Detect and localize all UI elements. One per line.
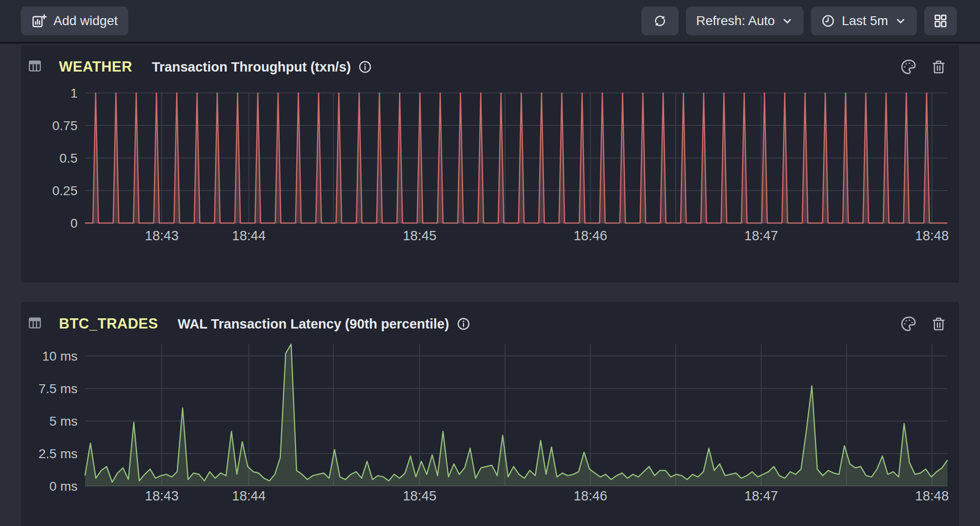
layout-grid-button[interactable] [924,7,957,35]
refresh-button[interactable] [641,7,679,35]
y-tick-label: 0 [70,216,78,230]
trash-icon[interactable] [931,316,946,331]
widget-actions [901,316,952,332]
chevron-down-icon [895,15,907,27]
widget-panel-btc-trades: 0 ms2.5 ms5 ms7.5 ms10 ms18:4318:4418:45… [21,302,959,526]
topbar: Add widget Refresh: Auto [0,0,980,42]
topbar-divider [0,42,980,44]
x-tick-label: 18:43 [145,488,179,503]
refresh-mode-label: Refresh: Auto [696,13,775,28]
x-tick-label: 18:48 [915,228,949,243]
x-tick-label: 18:45 [403,488,437,503]
x-tick-label: 18:44 [232,228,266,243]
info-icon[interactable] [457,317,470,331]
widget-header: WEATHER Transaction Throughput (txn/s) [21,45,959,80]
x-tick-label: 18:44 [232,488,266,503]
chart-plus-icon [31,13,47,29]
y-tick-label: 1 [70,86,78,100]
series-area [85,344,947,486]
x-tick-label: 18:46 [574,488,608,503]
refresh-cycle-icon [653,13,667,28]
time-range-label: Last 5m [842,13,888,28]
x-tick-label: 18:43 [145,228,179,243]
y-tick-label: 0 ms [49,479,78,493]
x-tick-label: 18:47 [745,488,778,503]
widget-actions [901,59,952,75]
table-icon [27,316,42,332]
y-tick-label: 10 ms [42,349,78,363]
table-icon [27,59,42,75]
add-widget-button[interactable]: Add widget [21,7,128,35]
info-icon[interactable] [358,60,372,74]
time-range-dropdown[interactable]: Last 5m [811,7,917,35]
y-tick-label: 0.25 [52,184,78,198]
y-tick-label: 7.5 ms [39,381,78,396]
widget-source-label: BTC_TRADES [59,316,158,332]
palette-icon[interactable] [901,59,916,75]
y-tick-label: 0.5 [59,151,78,165]
widget-source-label: WEATHER [59,59,132,75]
trash-icon[interactable] [931,59,946,74]
widget-panel-weather: 00.250.50.75118:4318:4418:4518:4618:4718… [21,45,959,283]
widget-header: BTC_TRADES WAL Transaction Latency (90th… [21,302,959,337]
chart-canvas: 00.250.50.75118:4318:4418:4518:4618:4718… [21,45,959,283]
x-tick-label: 18:48 [915,488,949,503]
x-tick-label: 18:46 [574,228,608,243]
clock-icon [821,14,835,28]
widget-title: WAL Transaction Latency (90th percentile… [177,316,449,332]
series-line [85,344,947,482]
palette-icon[interactable] [901,316,916,332]
topbar-actions: Refresh: Auto Last 5m [641,7,957,35]
refresh-mode-dropdown[interactable]: Refresh: Auto [686,7,804,35]
y-tick-label: 5 ms [49,414,78,428]
y-tick-label: 2.5 ms [39,447,78,461]
chevron-down-icon [781,15,793,27]
grid-layout-icon [933,13,948,29]
x-tick-label: 18:47 [745,228,778,243]
widget-title: Transaction Throughput (txn/s) [152,59,351,75]
x-tick-label: 18:45 [403,228,437,243]
y-tick-label: 0.75 [52,118,78,133]
add-widget-label: Add widget [53,13,118,28]
